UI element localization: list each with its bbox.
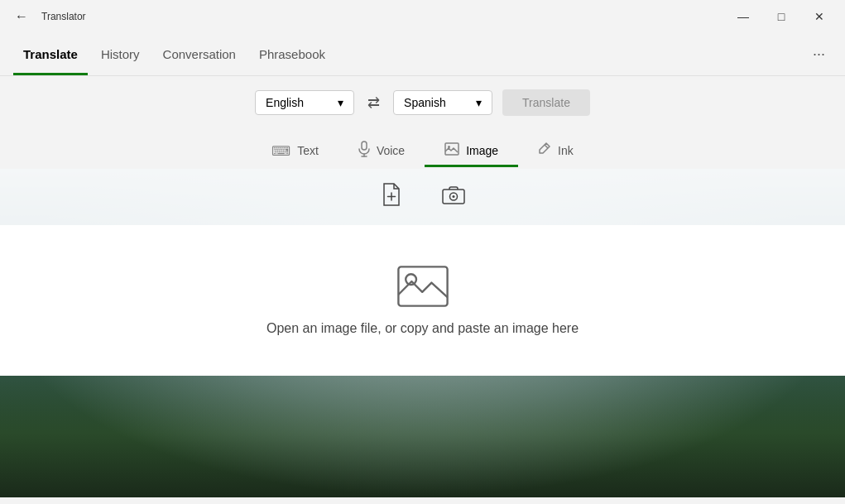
open-file-button[interactable] bbox=[374, 179, 409, 215]
source-language-label: English bbox=[266, 96, 304, 109]
image-source-tabs bbox=[0, 169, 845, 225]
tab-history[interactable]: History bbox=[91, 33, 150, 75]
target-language-select[interactable]: Spanish ▾ bbox=[393, 90, 492, 115]
title-bar: ← Translator — □ ✕ bbox=[0, 0, 845, 33]
svg-point-10 bbox=[452, 195, 454, 198]
image-placeholder-icon bbox=[396, 265, 449, 308]
mode-tabs: ⌨ Text Voice Image bbox=[0, 129, 845, 169]
swap-languages-button[interactable]: ⇄ bbox=[364, 90, 383, 115]
swap-icon: ⇄ bbox=[367, 94, 380, 111]
source-language-select[interactable]: English ▾ bbox=[255, 90, 354, 115]
window-controls: — □ ✕ bbox=[724, 3, 838, 30]
mode-tab-text[interactable]: ⌨ Text bbox=[252, 135, 338, 167]
minimize-button[interactable]: — bbox=[724, 3, 762, 30]
translate-button[interactable]: Translate bbox=[502, 89, 590, 116]
image-icon bbox=[444, 142, 459, 159]
nav-tabs: Translate History Conversation Phraseboo… bbox=[0, 33, 845, 76]
mode-tab-image[interactable]: Image bbox=[425, 134, 518, 167]
image-panel: Open an image file, or copy and paste an… bbox=[0, 169, 845, 376]
back-button[interactable]: ← bbox=[10, 6, 33, 27]
tab-phrasebook[interactable]: Phrasebook bbox=[249, 33, 335, 75]
more-options-button[interactable]: ··· bbox=[806, 42, 832, 66]
target-language-label: Spanish bbox=[404, 96, 446, 109]
source-language-chevron: ▾ bbox=[338, 96, 343, 109]
pen-icon bbox=[538, 142, 551, 160]
target-language-chevron: ▾ bbox=[476, 96, 482, 109]
close-button[interactable]: ✕ bbox=[800, 3, 838, 30]
image-drop-text: Open an image file, or copy and paste an… bbox=[266, 321, 579, 336]
svg-line-5 bbox=[545, 145, 548, 148]
main-content: Open an image file, or copy and paste an… bbox=[0, 169, 845, 497]
svg-rect-0 bbox=[362, 142, 367, 150]
tab-conversation[interactable]: Conversation bbox=[153, 33, 246, 75]
keyboard-icon: ⌨ bbox=[271, 143, 290, 159]
tab-translate[interactable]: Translate bbox=[13, 33, 88, 75]
image-drop-area[interactable]: Open an image file, or copy and paste an… bbox=[0, 225, 845, 376]
mode-tab-ink[interactable]: Ink bbox=[518, 133, 593, 168]
camera-button[interactable] bbox=[435, 181, 472, 213]
app-title: Translator bbox=[41, 11, 86, 22]
maximize-button[interactable]: □ bbox=[762, 3, 800, 30]
microphone-icon bbox=[358, 141, 370, 161]
language-bar: English ▾ ⇄ Spanish ▾ Translate bbox=[0, 76, 845, 129]
mode-tab-voice[interactable]: Voice bbox=[338, 132, 425, 169]
